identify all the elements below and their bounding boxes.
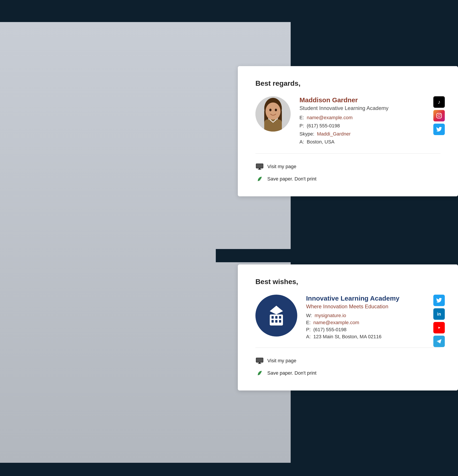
- monitor-svg-1: [256, 163, 263, 170]
- leaf-svg-1: [255, 175, 264, 183]
- youtube-svg: [436, 325, 442, 330]
- org-address-label-2: A:: [306, 334, 311, 339]
- main-container: Best regards,: [0, 0, 458, 476]
- svg-point-27: [275, 109, 277, 111]
- svg-rect-45: [259, 362, 260, 363]
- svg-rect-32: [256, 164, 263, 168]
- svg-rect-44: [256, 358, 263, 362]
- monitor-svg-2: [256, 358, 263, 364]
- skype-value-1: Maddi_Gardner: [317, 131, 351, 137]
- sig-content-2: Innovative Learning Academy Where Innova…: [255, 295, 440, 341]
- greeting-2: Best wishes,: [255, 278, 440, 286]
- svg-rect-43: [279, 320, 281, 323]
- monitor-icon-1: [255, 162, 264, 171]
- org-email-2: E: name@example.com: [306, 320, 440, 325]
- svg-rect-42: [275, 320, 277, 323]
- leaf-icon-1: [255, 175, 264, 183]
- svg-point-25: [266, 102, 281, 120]
- phone-value-1: (617) 555-0198: [307, 123, 340, 128]
- avatar-1: [255, 96, 291, 132]
- contact-phone-1: P: (617) 555-0198: [300, 123, 440, 129]
- linkedin-icon[interactable]: in: [433, 308, 445, 320]
- visit-page-row-2[interactable]: Visit my page: [255, 357, 440, 365]
- twitter-icon-1[interactable]: [433, 124, 445, 135]
- avatar-person-1: [255, 96, 291, 132]
- dark-bar: [216, 249, 458, 262]
- contact-skype-1: Skype: Maddi_Gardner: [300, 131, 440, 137]
- email-value-1[interactable]: name@example.com: [307, 115, 352, 120]
- svg-rect-40: [279, 316, 281, 319]
- svg-rect-46: [258, 363, 261, 364]
- save-paper-label-2: Save paper. Don't print: [267, 370, 316, 376]
- org-name-2: Innovative Learning Academy: [306, 295, 440, 302]
- twitter-svg-1: [436, 127, 442, 132]
- avatar-svg-1: [255, 96, 291, 132]
- instagram-icon[interactable]: [433, 110, 445, 121]
- sig-content-1: Maddison Gardner Student Innovative Lear…: [255, 96, 440, 147]
- svg-rect-34: [258, 169, 261, 170]
- org-website-2: W: mysignature.io: [306, 313, 440, 318]
- svg-point-31: [440, 114, 441, 115]
- save-paper-row-2: Save paper. Don't print: [255, 369, 440, 377]
- org-subtitle-2: Where Innovation Meets Education: [306, 304, 440, 310]
- org-address-value-2: 123 Main St, Boston, MA 02116: [313, 334, 381, 339]
- social-bar-1: ♪: [433, 96, 445, 135]
- address-label-1: A:: [300, 139, 304, 144]
- academy-logo: [255, 295, 297, 337]
- person-title-1: Student Innovative Learning Academy: [300, 105, 440, 111]
- svg-rect-39: [275, 316, 277, 319]
- svg-rect-28: [264, 119, 282, 132]
- save-paper-label-1: Save paper. Don't print: [267, 176, 316, 182]
- email-label-1: E:: [300, 115, 304, 120]
- sig-footer-1: Visit my page Save paper. Don't print: [255, 160, 440, 183]
- org-phone-label-2: P:: [306, 327, 311, 332]
- leaf-svg-2: [255, 369, 264, 377]
- instagram-svg: [436, 113, 442, 119]
- telegram-icon[interactable]: [433, 336, 445, 347]
- person-name-1: Maddison Gardner: [300, 96, 440, 104]
- save-paper-row-1: Save paper. Don't print: [255, 175, 440, 183]
- website-label-2: W:: [306, 313, 312, 318]
- tiktok-icon[interactable]: ♪: [433, 96, 445, 108]
- visit-page-label-1: Visit my page: [267, 164, 296, 170]
- greeting-1: Best regards,: [255, 79, 440, 87]
- contact-address-1: A: Boston, USA: [300, 139, 440, 145]
- telegram-svg: [436, 339, 442, 344]
- svg-point-26: [269, 109, 272, 111]
- org-email-label-2: E:: [306, 320, 311, 325]
- address-value-1: Boston, USA: [307, 139, 334, 144]
- youtube-icon[interactable]: [433, 322, 445, 333]
- contact-email-1: E: name@example.com: [300, 114, 440, 121]
- svg-rect-41: [272, 320, 274, 323]
- twitter-icon-2[interactable]: [433, 295, 445, 306]
- signature-card-2: Best wishes,: [238, 264, 458, 391]
- right-panel: Best regards,: [216, 22, 458, 463]
- leaf-icon-2: [255, 369, 264, 377]
- org-phone-2: P: (617) 555-0198: [306, 327, 440, 332]
- academy-svg: [263, 302, 290, 329]
- svg-point-30: [438, 115, 440, 117]
- website-value-2[interactable]: mysignature.io: [315, 313, 346, 318]
- org-email-value-2[interactable]: name@example.com: [313, 320, 359, 325]
- info-block-1: Maddison Gardner Student Innovative Lear…: [300, 96, 440, 147]
- visit-page-row-1[interactable]: Visit my page: [255, 162, 440, 171]
- svg-rect-29: [437, 113, 441, 118]
- org-address-2: A: 123 Main St, Boston, MA 02116: [306, 334, 440, 340]
- divider-2: [255, 348, 440, 348]
- twitter-svg-2: [436, 298, 442, 303]
- svg-marker-37: [270, 306, 283, 314]
- svg-rect-38: [272, 316, 274, 319]
- sig-footer-2: Visit my page Save paper. Don't print: [255, 354, 440, 377]
- phone-label-1: P:: [300, 123, 304, 128]
- info-block-2: Innovative Learning Academy Where Innova…: [306, 295, 440, 341]
- org-phone-value-2: (617) 555-0198: [313, 327, 346, 332]
- signature-card-1: Best regards,: [238, 66, 458, 196]
- monitor-icon-2: [255, 357, 264, 365]
- social-bar-2: in: [433, 295, 445, 347]
- svg-rect-33: [259, 168, 260, 169]
- visit-page-label-2: Visit my page: [267, 358, 296, 364]
- skype-label-1: Skype:: [300, 131, 314, 137]
